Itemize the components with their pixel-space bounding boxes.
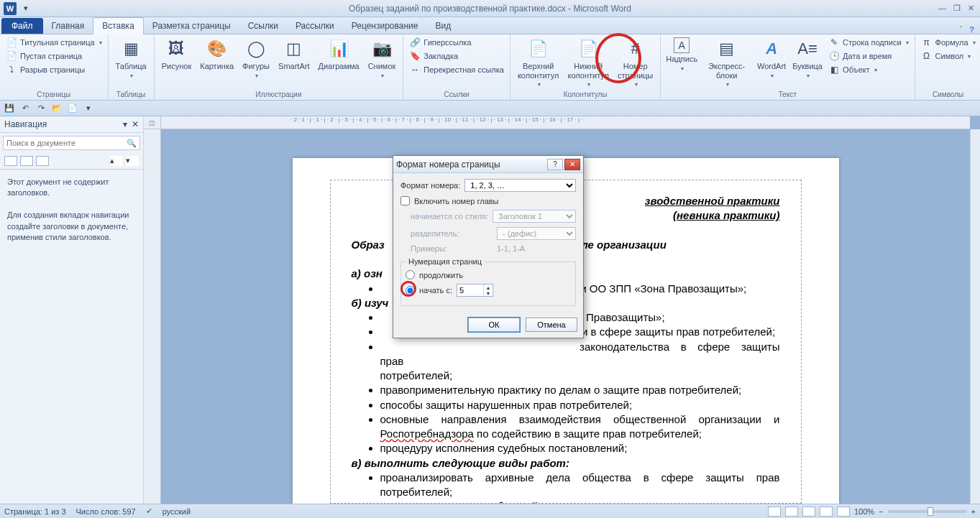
- nav-title: Навигация: [4, 119, 47, 129]
- symbol-button[interactable]: ΩСимвол: [920, 50, 977, 63]
- status-zoom[interactable]: 100%: [854, 507, 874, 516]
- search-icon[interactable]: 🔍: [124, 139, 139, 148]
- header-button[interactable]: 📄Верхний колонтитул: [515, 36, 562, 89]
- start-at-spinner[interactable]: ▲▼: [457, 284, 493, 297]
- footer-button[interactable]: 📄Нижний колонтитул: [564, 36, 612, 89]
- undo-icon[interactable]: ↶: [19, 102, 32, 115]
- open-icon[interactable]: 📂: [50, 102, 63, 115]
- qat-more-icon[interactable]: ▾: [82, 102, 95, 115]
- tab-home[interactable]: Главная: [43, 18, 93, 34]
- spin-up-icon[interactable]: ▲: [484, 285, 493, 290]
- new-icon[interactable]: 📄: [66, 102, 79, 115]
- status-page[interactable]: Страница: 1 из 3: [4, 507, 66, 516]
- textbox-icon: A: [674, 37, 690, 53]
- nav-close-icon[interactable]: ✕: [132, 119, 139, 129]
- tab-review[interactable]: Рецензирование: [343, 18, 427, 34]
- page-number-button[interactable]: #Номер страницы: [615, 36, 656, 89]
- include-chapter-label: Включить номер главы: [414, 197, 499, 205]
- tab-mailings[interactable]: Рассылки: [287, 18, 343, 34]
- object-button[interactable]: ◧Объект: [827, 63, 910, 76]
- equation-button[interactable]: πФормула: [920, 36, 977, 49]
- tab-view[interactable]: Вид: [426, 18, 459, 34]
- cover-page-button[interactable]: 📄Титульная страница: [4, 36, 104, 49]
- view-fullscreen[interactable]: [785, 507, 798, 517]
- continue-radio[interactable]: [406, 270, 415, 279]
- search-input[interactable]: [4, 137, 124, 149]
- starts-style-select: Заголовок 1: [493, 210, 576, 223]
- group-text-label: Текст: [665, 89, 910, 100]
- nav-dropdown-icon[interactable]: ▾: [123, 119, 127, 129]
- redo-icon[interactable]: ↷: [35, 102, 47, 115]
- continue-label: продолжить: [419, 271, 463, 279]
- restore-icon[interactable]: ❐: [953, 4, 961, 13]
- ok-button[interactable]: ОК: [468, 318, 520, 332]
- help-icon[interactable]: ?: [969, 25, 974, 34]
- dialog-help-icon[interactable]: ?: [547, 159, 563, 170]
- page-break-button[interactable]: ⤵Разрыв страницы: [4, 63, 104, 76]
- zoom-slider[interactable]: [888, 510, 967, 513]
- wordart-icon: A: [760, 37, 783, 60]
- smartart-button[interactable]: ◫SmartArt: [275, 36, 312, 73]
- textbox-button[interactable]: AНадпись: [665, 36, 698, 73]
- include-chapter-checkbox[interactable]: [400, 196, 410, 205]
- nav-view-pages[interactable]: [20, 156, 33, 166]
- view-outline[interactable]: [820, 507, 833, 517]
- nav-view-results[interactable]: [36, 156, 49, 166]
- shapes-icon: ◯: [244, 37, 267, 60]
- start-at-radio[interactable]: [406, 286, 415, 295]
- shapes-button[interactable]: ◯Фигуры: [239, 36, 273, 80]
- view-web[interactable]: [802, 507, 815, 517]
- minimize-icon[interactable]: ―: [938, 4, 946, 13]
- starts-style-label: начинается со стиля:: [411, 212, 488, 221]
- view-print-layout[interactable]: [768, 507, 781, 517]
- status-bar: Страница: 1 из 3 Число слов: 597 ✔ русск…: [0, 504, 980, 518]
- clipart-button[interactable]: 🎨Картинка: [197, 36, 237, 73]
- tab-references[interactable]: Ссылки: [239, 18, 287, 34]
- horizontal-ruler[interactable]: · 2 · 1 · | · 1 · | · 2 · | · 3 · | · 4 …: [161, 116, 970, 129]
- dropcap-button[interactable]: A≡Буквица: [791, 36, 824, 80]
- vertical-scrollbar[interactable]: [970, 129, 980, 504]
- minimize-ribbon-icon[interactable]: ˆ: [960, 25, 963, 34]
- close-icon[interactable]: ✕: [968, 4, 974, 13]
- format-select[interactable]: 1, 2, 3, …: [464, 179, 576, 192]
- blank-page-button[interactable]: 📄Пустая страница: [4, 50, 104, 63]
- zoom-out-icon[interactable]: −: [879, 507, 883, 516]
- chart-button[interactable]: 📊Диаграмма: [315, 36, 362, 73]
- qat-dropdown[interactable]: ▾: [20, 3, 32, 14]
- status-proof-icon[interactable]: ✔: [146, 507, 152, 516]
- bookmark-button[interactable]: 🔖Закладка: [408, 50, 505, 63]
- ruler-toggle[interactable]: ◫: [144, 116, 161, 129]
- tab-file[interactable]: Файл: [1, 18, 43, 34]
- table-button[interactable]: ▦Таблица: [113, 36, 150, 80]
- picture-icon: 🖼: [165, 37, 188, 60]
- screenshot-button[interactable]: 📷Снимок: [365, 36, 399, 80]
- tab-insert[interactable]: Вставка: [93, 17, 144, 34]
- separator-label: разделитель:: [411, 229, 493, 238]
- numbering-fieldset: Нумерация страниц продолжить начать с: ▲…: [400, 257, 576, 306]
- bookmark-icon: 🔖: [409, 50, 421, 62]
- wordart-button[interactable]: AWordArt: [755, 36, 788, 80]
- crossref-icon: ↔: [409, 64, 421, 75]
- nav-view-headings[interactable]: [4, 156, 17, 166]
- hyperlink-button[interactable]: 🔗Гиперссылка: [408, 36, 505, 49]
- signature-line-button[interactable]: ✎Строка подписи: [827, 36, 910, 49]
- quickparts-button[interactable]: ▤Экспресс-блоки: [701, 36, 752, 89]
- status-words[interactable]: Число слов: 597: [76, 507, 136, 516]
- view-draft[interactable]: [837, 507, 850, 517]
- tab-layout[interactable]: Разметка страницы: [144, 18, 239, 34]
- start-at-input[interactable]: [457, 285, 483, 295]
- save-icon[interactable]: 💾: [3, 102, 16, 115]
- vertical-ruler[interactable]: [144, 129, 161, 504]
- status-lang[interactable]: русский: [162, 507, 191, 516]
- nav-prev-icon[interactable]: ▴: [110, 156, 123, 166]
- datetime-button[interactable]: 🕒Дата и время: [827, 50, 910, 63]
- dialog-close-icon[interactable]: ✕: [564, 159, 580, 170]
- picture-button[interactable]: 🖼Рисунок: [159, 36, 195, 73]
- spin-down-icon[interactable]: ▼: [484, 290, 493, 296]
- group-symbols-label: Символы: [920, 89, 977, 100]
- nav-search[interactable]: 🔍: [3, 136, 140, 150]
- crossref-button[interactable]: ↔Перекрестная ссылка: [408, 63, 505, 76]
- zoom-in-icon[interactable]: +: [971, 507, 976, 516]
- nav-next-icon[interactable]: ▾: [126, 156, 139, 166]
- cancel-button[interactable]: Отмена: [526, 318, 577, 332]
